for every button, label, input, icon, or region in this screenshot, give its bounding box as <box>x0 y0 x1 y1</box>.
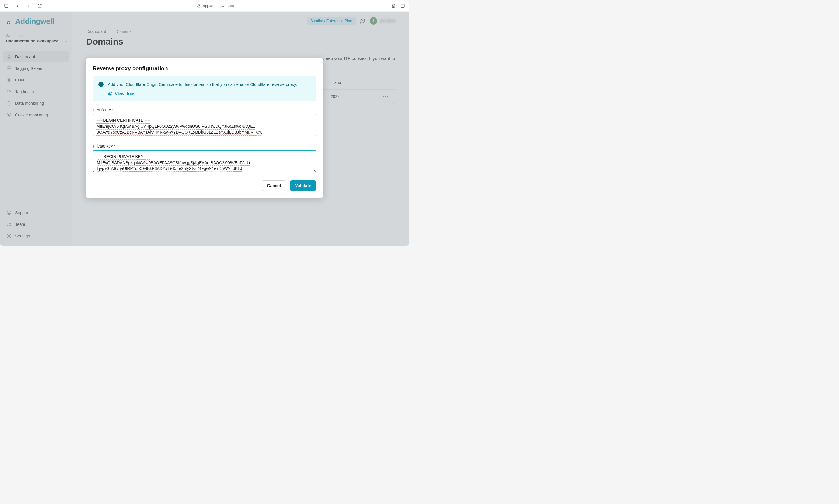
cancel-button[interactable]: Cancel <box>262 180 287 191</box>
svg-line-35 <box>111 92 112 93</box>
svg-point-37 <box>109 93 111 94</box>
tabs-icon[interactable] <box>400 3 406 9</box>
back-icon[interactable] <box>15 3 20 9</box>
modal-title: Reverse proxy configuration <box>93 65 316 72</box>
view-docs-link[interactable]: View docs <box>108 91 311 96</box>
modal-overlay[interactable]: Reverse proxy configuration i Add your C… <box>0 12 409 246</box>
forward-icon[interactable] <box>25 3 32 9</box>
docs-icon <box>108 91 113 96</box>
certificate-input[interactable] <box>93 114 316 136</box>
lock-icon <box>196 4 201 8</box>
svg-point-4 <box>392 5 393 5</box>
svg-rect-2 <box>197 5 200 7</box>
info-icon: i <box>99 82 104 87</box>
url-text: app.addingwell.com <box>203 3 237 8</box>
svg-point-5 <box>394 5 394 5</box>
sidebar-toggle-icon[interactable] <box>3 3 9 9</box>
reverse-proxy-modal: Reverse proxy configuration i Add your C… <box>86 58 323 198</box>
app-icon[interactable] <box>390 3 396 9</box>
browser-toolbar: app.addingwell.com <box>0 0 409 12</box>
address-bar[interactable]: app.addingwell.com <box>48 3 385 8</box>
svg-line-34 <box>111 94 112 95</box>
svg-rect-3 <box>392 4 395 7</box>
private-key-label: Private key * <box>93 144 316 148</box>
info-text: Add your Cloudflare Origin Certificate t… <box>108 82 297 87</box>
validate-button[interactable]: Validate <box>290 180 316 191</box>
private-key-input[interactable] <box>93 150 316 172</box>
browser-window: app.addingwell.com Addingwell Workspace … <box>0 0 409 246</box>
svg-line-33 <box>109 92 109 93</box>
svg-line-36 <box>109 94 109 95</box>
info-banner: i Add your Cloudflare Origin Certificate… <box>93 76 316 101</box>
certificate-label: Certificate * <box>93 108 316 112</box>
reload-icon[interactable] <box>37 3 42 9</box>
svg-rect-6 <box>401 4 404 7</box>
view-docs-label: View docs <box>115 91 135 96</box>
svg-rect-0 <box>5 4 8 7</box>
